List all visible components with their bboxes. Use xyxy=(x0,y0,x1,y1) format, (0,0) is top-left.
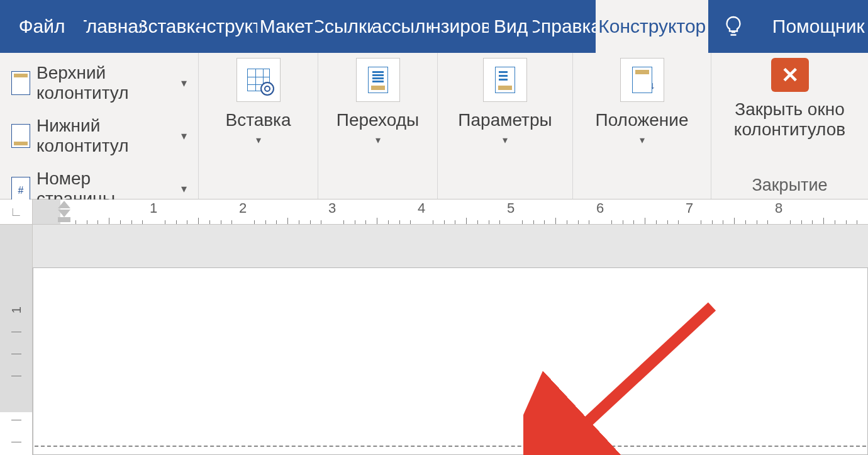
btn-position[interactable]: Положение ▾ xyxy=(581,57,703,146)
hruler-tick xyxy=(165,220,165,224)
tab-review[interactable]: Рецензирование xyxy=(431,0,489,53)
first-line-indent-marker[interactable] xyxy=(58,201,70,208)
hruler-tick xyxy=(656,220,657,224)
tab-mailings[interactable]: Рассылки xyxy=(373,0,431,53)
hruler-tick xyxy=(231,220,232,224)
vruler-dash xyxy=(11,442,21,442)
vruler-label-1: 1 xyxy=(9,306,23,313)
hruler-tick xyxy=(701,220,701,224)
hruler-tick xyxy=(276,220,277,224)
hruler-tick xyxy=(667,220,668,224)
ruler-corner-tab-icon[interactable]: ∟ xyxy=(0,199,33,224)
hruler-tick xyxy=(455,220,455,224)
vruler-dash xyxy=(11,354,21,354)
hruler-tick xyxy=(343,220,344,224)
document-canvas[interactable] xyxy=(33,225,868,455)
tab-view[interactable]: Вид xyxy=(489,0,533,53)
hruler-tick xyxy=(846,220,847,224)
btn-footer[interactable]: Нижний колонтитул ▾ xyxy=(8,110,191,162)
chevron-down-icon: ▾ xyxy=(503,134,508,146)
hruler-area[interactable]: 12345678 xyxy=(33,199,868,224)
hruler-tick xyxy=(209,220,210,224)
hruler-tick xyxy=(299,220,299,224)
hruler-tick xyxy=(97,220,98,224)
hruler-label: 4 xyxy=(418,200,425,216)
hruler-tick xyxy=(835,220,835,224)
tab-home[interactable]: Главная xyxy=(84,0,142,53)
hruler-left-margin xyxy=(33,199,60,224)
hruler-tick xyxy=(633,220,634,224)
tab-design-tool[interactable]: Конструктор xyxy=(596,0,708,53)
left-indent-marker[interactable] xyxy=(58,217,70,222)
hruler-tick xyxy=(377,218,377,224)
position-icon xyxy=(632,67,652,93)
hruler-tick xyxy=(120,220,121,224)
hruler-label: 6 xyxy=(596,200,604,216)
hruler-tick xyxy=(801,220,802,224)
hruler-tick xyxy=(723,220,723,224)
hruler-tick xyxy=(131,220,132,224)
tab-insert[interactable]: Вставка xyxy=(142,0,199,53)
vertical-ruler[interactable]: 1 xyxy=(0,225,33,455)
group-navigation: Переходы ▾ xyxy=(318,53,438,199)
hruler-tick xyxy=(198,218,199,224)
hruler-tick xyxy=(310,220,311,224)
horizontal-ruler[interactable]: ∟ 12345678 xyxy=(0,199,868,225)
navigation-icon xyxy=(368,67,388,93)
hruler-tick xyxy=(355,220,355,224)
lightbulb-icon xyxy=(722,15,745,38)
hruler-tick xyxy=(187,220,187,224)
hanging-indent-marker[interactable] xyxy=(58,210,70,217)
group-options: Параметры ▾ xyxy=(438,53,573,199)
hruler-label: 1 xyxy=(150,200,157,216)
chevron-down-icon: ▾ xyxy=(181,76,187,90)
hruler-tick xyxy=(623,220,623,224)
hruler-tick xyxy=(533,220,534,224)
hruler-label: 7 xyxy=(686,200,693,216)
hruler-tick xyxy=(321,220,321,224)
tab-file[interactable]: Файл xyxy=(0,0,84,53)
hruler-tick xyxy=(221,220,221,224)
tab-references[interactable]: Ссылки xyxy=(315,0,373,53)
position-icon-frame xyxy=(620,58,664,102)
ribbon-content: Верхний колонтитул ▾ Нижний колонтитул ▾… xyxy=(0,53,868,199)
hruler-tick xyxy=(75,220,76,224)
btn-options[interactable]: Параметры ▾ xyxy=(445,57,565,146)
group-header-footer: Верхний колонтитул ▾ Нижний колонтитул ▾… xyxy=(0,53,199,199)
group-label-empty4 xyxy=(581,193,703,199)
options-icon-frame xyxy=(483,58,527,102)
hruler-label: 5 xyxy=(507,200,515,216)
tell-me-bulb[interactable] xyxy=(708,0,759,53)
tab-design[interactable]: Конструктор xyxy=(199,0,257,53)
btn-options-label: Параметры xyxy=(458,111,552,130)
btn-header[interactable]: Верхний колонтитул ▾ xyxy=(8,57,191,110)
group-label-close: Закрытие xyxy=(719,173,860,199)
hruler-tick xyxy=(444,220,445,224)
hruler-tick xyxy=(265,220,266,224)
hruler-tick xyxy=(254,220,255,224)
chevron-down-icon: ▾ xyxy=(640,134,645,146)
btn-close-hf[interactable]: ✕ Закрыть окно колонтитулов xyxy=(719,57,860,140)
page[interactable] xyxy=(33,267,868,455)
hruler-tick xyxy=(477,220,478,224)
hruler-tick xyxy=(712,220,713,224)
hruler-tick xyxy=(567,220,567,224)
chevron-down-icon: ▾ xyxy=(181,182,187,196)
vruler-dash xyxy=(11,376,21,376)
hruler-tick xyxy=(522,220,523,224)
tab-layout[interactable]: Макет xyxy=(257,0,315,53)
tab-help[interactable]: Справка xyxy=(533,0,596,53)
hruler-tick xyxy=(489,220,489,224)
btn-navigation[interactable]: Переходы ▾ xyxy=(326,57,430,146)
workspace: 1 xyxy=(0,225,868,455)
ribbon-tabs: Файл Главная Вставка Конструктор Макет С… xyxy=(0,0,868,53)
page-number-icon xyxy=(11,177,30,201)
btn-insert-hf[interactable]: Вставка ▾ xyxy=(206,57,310,146)
btn-navigation-label: Переходы xyxy=(337,111,419,130)
hruler-tick xyxy=(555,218,556,224)
insert-icon-frame xyxy=(236,58,281,102)
hruler-tick xyxy=(611,220,612,224)
tab-helper[interactable]: Помощник xyxy=(759,0,868,53)
hruler-tick xyxy=(410,220,411,224)
page-footer-icon xyxy=(11,124,30,148)
